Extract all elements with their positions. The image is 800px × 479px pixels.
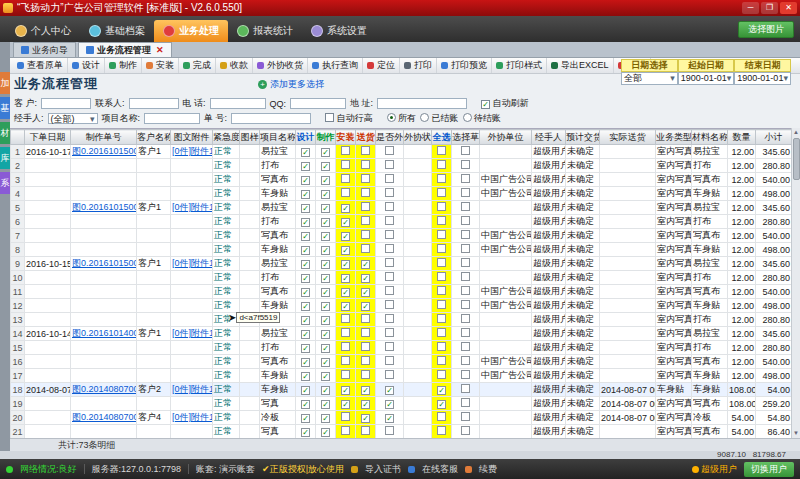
table-row[interactable]: 5图0.201610150004客户1[0件]附件1正常易拉宝✓✓✓超级用户未确… xyxy=(11,201,792,215)
ribbon-tab-报表统计[interactable]: 报表统计 xyxy=(228,20,302,42)
make-checkbox[interactable]: ✓ xyxy=(321,344,330,353)
table-row[interactable]: 12正常车身贴✓✓✓✓中国广告公司超级用户未确定室内写真车身贴12.00498.… xyxy=(11,299,792,313)
filter-value-1[interactable]: 1900-01-01▾ xyxy=(678,72,735,85)
design-checkbox[interactable]: ✓ xyxy=(301,386,310,395)
close-button[interactable]: ✕ xyxy=(780,2,797,14)
toolbar-button-收款[interactable]: 收款 xyxy=(216,58,253,73)
allsel-checkbox[interactable] xyxy=(437,342,446,351)
outsource-checkbox[interactable] xyxy=(385,160,394,169)
design-checkbox[interactable]: ✓ xyxy=(301,344,310,353)
install-checkbox[interactable]: ✓ xyxy=(341,288,350,297)
col-header-subtotal[interactable]: 小计 xyxy=(756,130,792,145)
install-checkbox[interactable]: ✓ xyxy=(341,400,350,409)
toolbar-button-外协收货[interactable]: 外协收货 xyxy=(253,58,308,73)
install-checkbox[interactable]: ✓ xyxy=(341,232,350,241)
allsel-checkbox[interactable] xyxy=(437,202,446,211)
deliver-checkbox[interactable] xyxy=(361,216,370,225)
outsource-checkbox[interactable] xyxy=(385,188,394,197)
order-link[interactable]: 图0.201408070001 xyxy=(72,412,137,422)
allsel-checkbox[interactable] xyxy=(437,272,446,281)
make-checkbox[interactable]: ✓ xyxy=(321,288,330,297)
seldraft-checkbox[interactable] xyxy=(461,286,470,295)
table-row[interactable]: 11正常写真布✓✓✓✓中国广告公司超级用户未确定室内写真写真布12.00540.… xyxy=(11,285,792,299)
deliver-checkbox[interactable]: ✓ xyxy=(361,386,370,395)
handler-select[interactable]: (全部)▾ xyxy=(48,113,98,124)
allsel-checkbox[interactable] xyxy=(437,188,446,197)
filter-value-0[interactable]: 全部▾ xyxy=(621,72,678,85)
seldraft-checkbox[interactable] xyxy=(461,188,470,197)
design-checkbox[interactable]: ✓ xyxy=(301,358,310,367)
outsource-checkbox[interactable] xyxy=(385,314,394,323)
deliver-checkbox[interactable] xyxy=(361,174,370,183)
deliver-checkbox[interactable] xyxy=(361,188,370,197)
make-checkbox[interactable]: ✓ xyxy=(321,218,330,227)
outsource-checkbox[interactable]: ✓ xyxy=(385,400,394,409)
attach-link[interactable]: [0件]附件1 xyxy=(172,202,213,212)
side-tab-基[interactable]: 基 xyxy=(0,97,10,119)
col-header-project[interactable]: 项目名称 xyxy=(260,130,296,145)
order-link[interactable]: 图0.201408070002 xyxy=(72,384,137,394)
col-header-order[interactable]: 制作单号 xyxy=(71,130,137,145)
table-row[interactable]: 92016-10-15图0.201610150001客户1[0件]附件1正常易拉… xyxy=(11,257,792,271)
col-header-actual[interactable]: 实际送货 xyxy=(600,130,656,145)
allsel-checkbox[interactable]: ✓ xyxy=(437,400,446,409)
outsource-checkbox[interactable] xyxy=(385,300,394,309)
scroll-down-icon[interactable]: ▼ xyxy=(792,429,800,438)
make-checkbox[interactable]: ✓ xyxy=(321,232,330,241)
attach-link[interactable]: [0件]附件1 xyxy=(172,146,213,156)
install-checkbox[interactable] xyxy=(341,188,350,197)
radio-unsettled[interactable]: 待结账 xyxy=(463,112,502,125)
design-checkbox[interactable]: ✓ xyxy=(301,176,310,185)
install-checkbox[interactable] xyxy=(341,426,350,435)
design-checkbox[interactable]: ✓ xyxy=(301,428,310,437)
design-checkbox[interactable]: ✓ xyxy=(301,372,310,381)
col-header-biz[interactable]: 业务类型 xyxy=(656,130,692,145)
allsel-checkbox[interactable] xyxy=(437,174,446,183)
radio-settled[interactable]: 已结账 xyxy=(420,112,459,125)
col-header-expect[interactable]: 预计交货 xyxy=(566,130,600,145)
deliver-checkbox[interactable] xyxy=(361,356,370,365)
toolbar-button-制作[interactable]: 制作 xyxy=(105,58,142,73)
make-checkbox[interactable]: ✓ xyxy=(321,400,330,409)
outsource-checkbox[interactable]: ✓ xyxy=(385,414,394,423)
design-checkbox[interactable]: ✓ xyxy=(301,162,310,171)
outsource-checkbox[interactable] xyxy=(385,426,394,435)
install-checkbox[interactable] xyxy=(341,328,350,337)
table-row[interactable]: 182014-08-07图0.201408070002客户2[0件]附件1正常车… xyxy=(11,383,792,397)
design-checkbox[interactable]: ✓ xyxy=(301,400,310,409)
col-header-design[interactable]: 设计 xyxy=(296,130,316,145)
outsource-checkbox[interactable] xyxy=(385,342,394,351)
outsource-checkbox[interactable]: ✓ xyxy=(385,386,394,395)
col-header-attach[interactable]: 图文附件 xyxy=(171,130,213,145)
ribbon-tab-个人中心[interactable]: 个人中心 xyxy=(6,20,80,42)
col-header-install[interactable]: 安装 xyxy=(336,130,356,145)
deliver-checkbox[interactable] xyxy=(361,244,370,253)
allsel-checkbox[interactable] xyxy=(437,146,446,155)
design-checkbox[interactable]: ✓ xyxy=(301,302,310,311)
make-checkbox[interactable]: ✓ xyxy=(321,386,330,395)
toolbar-button-完成[interactable]: 完成 xyxy=(179,58,216,73)
table-row[interactable]: 15正常打布✓✓超级用户未确定室内写真打布12.00280.80 xyxy=(11,341,792,355)
order-link[interactable]: 图0.201610150001 xyxy=(72,258,137,268)
deliver-checkbox[interactable]: ✓ xyxy=(361,414,370,423)
table-row[interactable]: 16正常写真布✓✓中国广告公司超级用户未确定室内写真写真布12.00540.00 xyxy=(11,355,792,369)
install-checkbox[interactable]: ✓ xyxy=(341,274,350,283)
design-checkbox[interactable]: ✓ xyxy=(301,260,310,269)
design-checkbox[interactable]: ✓ xyxy=(301,148,310,157)
ribbon-tab-基础档案[interactable]: 基础档案 xyxy=(80,20,154,42)
project-input[interactable] xyxy=(144,113,200,124)
table-row[interactable]: 142016-10-14图0.201610140001客户1[0件]附件1正常易… xyxy=(11,327,792,341)
online-service-link[interactable]: 在线客服 xyxy=(422,463,458,476)
seldraft-checkbox[interactable] xyxy=(461,258,470,267)
radio-all[interactable]: 所有 xyxy=(387,112,417,125)
install-checkbox[interactable]: ✓ xyxy=(341,246,350,255)
current-user[interactable]: 超级用户 xyxy=(692,463,737,476)
toolbar-button-打印预览[interactable]: 打印预览 xyxy=(437,58,492,73)
toolbar-button-打印[interactable]: 打印 xyxy=(400,58,437,73)
deliver-checkbox[interactable] xyxy=(361,146,370,155)
renew-link[interactable]: 续费 xyxy=(479,463,497,476)
seldraft-checkbox[interactable] xyxy=(461,146,470,155)
side-tab-系[interactable]: 系 xyxy=(0,172,10,194)
install-checkbox[interactable] xyxy=(341,412,350,421)
maximize-button[interactable]: ❐ xyxy=(761,2,778,14)
